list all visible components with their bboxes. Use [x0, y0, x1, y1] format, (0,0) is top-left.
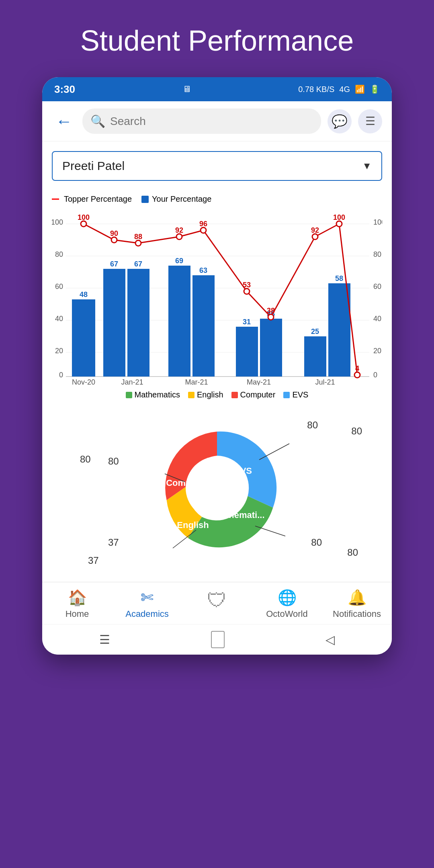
legend-topper-label: Topper Percentage: [64, 194, 132, 204]
academics-label: Academics: [125, 609, 169, 619]
subject-legend: Mathematics English Computer EVS: [52, 390, 382, 399]
svg-rect-28: [236, 327, 258, 377]
svg-rect-20: [103, 269, 125, 377]
donut-chart-section: 80 80 37 80: [52, 403, 382, 572]
svg-text:92: 92: [311, 226, 319, 234]
phone-container: 3:30 🖥 0.78 KB/S 4G 📶 🔋 ← 🔍 💬 ☰ Preeti P…: [42, 77, 392, 655]
svg-text:100: 100: [333, 213, 345, 221]
nav-item-home[interactable]: 🏠 Home: [53, 589, 101, 619]
back-android-icon[interactable]: ◁: [326, 633, 335, 647]
signal-icon: 📶: [355, 84, 365, 94]
svg-text:Nov-20: Nov-20: [72, 378, 95, 385]
svg-text:Jan-21: Jan-21: [121, 378, 143, 385]
svg-text:63: 63: [199, 266, 207, 274]
svg-text:EVS: EVS: [234, 466, 252, 476]
message-icon: 💬: [332, 114, 348, 129]
svg-point-38: [135, 240, 141, 246]
legend-math: Mathematics: [126, 390, 180, 399]
svg-point-41: [244, 289, 250, 294]
network-type: 4G: [339, 85, 350, 94]
svg-point-45: [354, 372, 360, 378]
svg-point-44: [336, 221, 342, 227]
globe-icon: 🌐: [278, 589, 297, 606]
top-nav: ← 🔍 💬 ☰: [42, 101, 392, 141]
svg-text:96: 96: [199, 220, 207, 228]
bar-chart-svg-wrapper: 100 80 60 40 20 0 100 80 60 40 20 0: [52, 209, 382, 387]
svg-text:31: 31: [243, 318, 251, 326]
svg-text:May-21: May-21: [247, 378, 271, 385]
svg-line-67: [255, 526, 285, 536]
svg-text:92: 92: [175, 226, 183, 234]
menu-button[interactable]: ☰: [358, 109, 382, 133]
main-content: Preeti Patel ▼ Topper Percentage Your Pe…: [42, 141, 392, 582]
svg-text:48: 48: [80, 291, 88, 299]
search-input[interactable]: [110, 115, 313, 128]
android-nav-bar: ☰ ◁: [42, 624, 392, 655]
svg-rect-24: [168, 266, 190, 377]
message-button[interactable]: 💬: [328, 109, 352, 133]
status-right: 0.78 KB/S 4G 📶 🔋: [298, 84, 380, 94]
home-label: Home: [66, 609, 89, 619]
svg-text:20: 20: [373, 347, 381, 355]
legend-computer: Computer: [231, 390, 276, 399]
nav-item-center[interactable]: 🛡: [193, 589, 241, 619]
svg-point-43: [312, 234, 318, 240]
svg-text:90: 90: [110, 229, 118, 237]
donut-outside-37: 37: [88, 555, 99, 566]
svg-rect-26: [192, 275, 215, 377]
notifications-label: Notifications: [333, 609, 381, 619]
svg-text:0: 0: [373, 371, 377, 379]
svg-text:4: 4: [355, 364, 359, 373]
legend-evs: EVS: [283, 390, 308, 399]
donut-label-computer-value: 80: [108, 456, 119, 467]
svg-rect-22: [127, 269, 149, 377]
svg-text:20: 20: [55, 347, 63, 355]
bar-chart-container: Topper Percentage Your Percentage 100 80…: [52, 190, 382, 403]
svg-line-66: [259, 444, 289, 460]
status-monitor-icon: 🖥: [182, 84, 191, 94]
svg-text:100: 100: [52, 218, 63, 226]
home-android-icon[interactable]: [211, 631, 225, 648]
svg-text:60: 60: [55, 283, 63, 291]
hamburger-android-icon[interactable]: ☰: [99, 633, 110, 647]
svg-text:0: 0: [59, 371, 63, 379]
donut-chart-svg: EVS Mathemati... English Compute...: [141, 411, 293, 564]
svg-text:100: 100: [373, 218, 382, 226]
donut-outside-80-top: 80: [351, 426, 362, 437]
chart-legend: Topper Percentage Your Percentage: [52, 194, 382, 204]
octoworld-label: OctoWorld: [266, 609, 308, 619]
status-time: 3:30: [54, 83, 75, 96]
donut-outside-80-left: 80: [80, 454, 91, 465]
svg-rect-34: [328, 283, 350, 377]
svg-text:69: 69: [175, 257, 183, 265]
student-dropdown[interactable]: Preeti Patel ▼: [52, 151, 382, 181]
svg-point-40: [201, 227, 206, 233]
legend-yours: Your Percentage: [141, 194, 211, 204]
legend-topper: Topper Percentage: [52, 194, 132, 204]
svg-text:40: 40: [373, 315, 381, 323]
svg-text:58: 58: [335, 274, 343, 283]
svg-text:Jul-21: Jul-21: [315, 378, 335, 385]
nav-item-notifications[interactable]: 🔔 Notifications: [333, 589, 381, 619]
svg-point-39: [176, 234, 182, 240]
svg-rect-32: [304, 336, 326, 377]
svg-text:38: 38: [267, 307, 275, 315]
nav-item-octoworld[interactable]: 🌐 OctoWorld: [263, 589, 311, 619]
legend-computer-label: Computer: [240, 390, 276, 399]
back-button[interactable]: ←: [52, 109, 76, 133]
svg-text:25: 25: [311, 328, 319, 336]
menu-icon: ☰: [365, 115, 375, 128]
svg-point-36: [81, 221, 86, 227]
svg-text:67: 67: [134, 260, 142, 268]
donut-label-english-value: 37: [108, 537, 119, 548]
svg-text:60: 60: [373, 283, 381, 291]
donut-label-math-value: 80: [311, 537, 322, 548]
svg-text:53: 53: [243, 281, 251, 289]
academics-icon: ✄: [141, 589, 154, 606]
network-speed: 0.78 KB/S: [298, 85, 334, 94]
svg-rect-30: [260, 319, 282, 377]
search-bar[interactable]: 🔍: [82, 108, 321, 134]
nav-item-academics[interactable]: ✄ Academics: [123, 589, 171, 619]
bottom-nav: 🏠 Home ✄ Academics 🛡 🌐 OctoWorld 🔔 Notif…: [42, 582, 392, 624]
svg-text:Mar-21: Mar-21: [185, 378, 208, 385]
